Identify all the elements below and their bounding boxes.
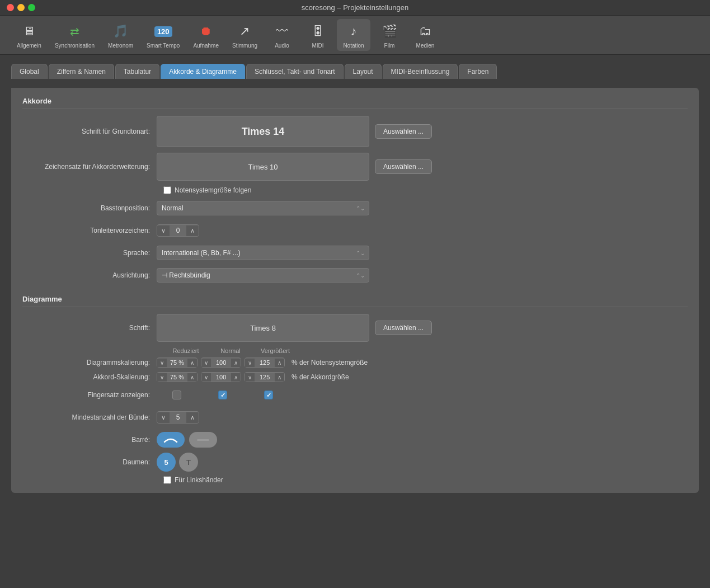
basstonposition-select-wrapper: Normal Unten Oben (157, 201, 369, 215)
diagramm-s2-increment[interactable]: ∧ (231, 359, 241, 367)
fingersatz-row: Fingersatz anzeigen: (22, 387, 688, 403)
akkord-s1-decrement[interactable]: ∨ (157, 373, 167, 382)
mindest-increment[interactable]: ∧ (186, 412, 199, 423)
notation-icon: ♪ (344, 21, 364, 41)
barre-arc-button[interactable] (157, 432, 185, 448)
diagramm-skalierung-row: Diagrammskalierung: ∨ 75 % ∧ ∨ 100 ∧ ∨ 1… (22, 357, 688, 368)
zeichensatz-auswählen-button[interactable]: Auswählen ... (375, 159, 432, 174)
toolbar-item-smart-tempo[interactable]: 120 Smart Tempo (141, 19, 185, 51)
diagramm-s2-value: 100 (211, 358, 231, 367)
notensystem-checkbox[interactable] (163, 186, 171, 194)
daumen-row: Daumen: 5 T (22, 453, 688, 472)
maximize-button[interactable] (28, 4, 35, 11)
tab-layout[interactable]: Layout (345, 64, 382, 79)
toolbar-item-allgemein[interactable]: 🖥 Allgemein (11, 19, 47, 51)
toolbar-label-aufnahme: Aufnahme (193, 43, 219, 49)
skalierung-suffix: % der Notensystemgröße (291, 359, 368, 366)
toolbar-item-aufnahme[interactable]: ⏺ Aufnahme (187, 19, 224, 51)
tabs-row: Global Ziffern & Namen Tabulatur Akkorde… (11, 64, 699, 79)
diagramm-s2-decrement[interactable]: ∨ (201, 359, 211, 367)
col-header-reduziert: Reduziert (163, 347, 208, 354)
akkord-s2-increment[interactable]: ∧ (231, 373, 241, 382)
toolbar-item-midi[interactable]: 🎛 MIDI (301, 19, 335, 51)
fingersatz-checkbox-1[interactable] (172, 391, 181, 399)
tab-global[interactable]: Global (11, 64, 48, 79)
midi-icon: 🎛 (308, 21, 328, 41)
diagramme-auswählen-button[interactable]: Auswählen ... (375, 321, 432, 335)
akkord-scale-stepper-2: ∨ 100 ∧ (201, 372, 241, 382)
audio-icon: 〰 (272, 21, 292, 41)
minimize-button[interactable] (17, 4, 25, 11)
tab-akkorde[interactable]: Akkorde & Diagramme (161, 64, 245, 79)
diagramm-s1-value: 75 % (167, 358, 187, 367)
toolbar-label-metronom: Metronom (108, 43, 133, 49)
toolbar-label-audio: Audio (275, 43, 289, 49)
diagramm-s1-decrement[interactable]: ∨ (157, 359, 167, 367)
barre-bar-button[interactable] (189, 432, 217, 448)
fuer-links-label: Für Linkshänder (175, 476, 223, 484)
ausrichtung-select[interactable]: ⊣ Rechtsbündig Linksbündig Zentriert (157, 268, 369, 283)
akkord-skalierung-label: Akkord-Skalierung: (22, 373, 157, 381)
toolbar-item-synchronisation[interactable]: ⇄ Synchronisation (49, 19, 100, 51)
akkord-s1-increment[interactable]: ∧ (187, 373, 197, 382)
diagramm-s3-value: 125 (255, 358, 275, 367)
tonleiter-decrement[interactable]: ∨ (157, 225, 170, 236)
toolbar-item-stimmung[interactable]: ↗ Stimmung (227, 19, 263, 51)
tonleiter-value: 0 (170, 225, 186, 236)
diagramm-scale-stepper-2: ∨ 100 ∧ (201, 357, 241, 368)
basstonposition-label: Basstonposition: (22, 204, 157, 212)
diagramm-scale-stepper-3: ∨ 125 ∧ (244, 357, 285, 368)
mindest-label: Mindestanzahl der Bünde: (22, 413, 157, 421)
diagramme-schrift-display: Times 8 (157, 314, 369, 342)
zeichensatz-label: Zeichensatz für Akkorderweiterung: (22, 163, 157, 171)
akkord-s3-decrement[interactable]: ∨ (245, 373, 255, 382)
fingersatz-label: Fingersatz anzeigen: (22, 391, 157, 399)
tab-schlüssel[interactable]: Schlüssel, Takt- und Tonart (246, 64, 344, 79)
tab-midi-bee[interactable]: MIDI-Beeinflussung (383, 64, 458, 79)
barre-row: Barré: (22, 431, 688, 448)
tonleiter-row: Tonleitervorzeichen: ∨ 0 ∧ (22, 222, 688, 239)
basstonposition-row: Basstonposition: Normal Unten Oben (22, 200, 688, 217)
diagramm-s3-decrement[interactable]: ∨ (245, 359, 255, 367)
fuer-links-checkbox[interactable] (163, 476, 171, 484)
tab-farben[interactable]: Farben (459, 64, 497, 79)
diagramm-s1-increment[interactable]: ∧ (187, 359, 197, 367)
daumen-5-button[interactable]: 5 (157, 453, 176, 472)
toolbar-item-notation[interactable]: ♪ Notation (337, 19, 370, 51)
toolbar-item-metronom[interactable]: 🎵 Metronom (102, 19, 139, 51)
fingersatz-checkbox-3[interactable] (264, 391, 273, 399)
akkord-scale-stepper-1: ∨ 75 % ∧ (157, 372, 198, 382)
akkord-s2-decrement[interactable]: ∨ (201, 373, 211, 382)
allgemein-icon: 🖥 (19, 21, 39, 41)
sprache-row: Sprache: International (B, Bb, F# ...) D… (22, 244, 688, 261)
sprache-select-wrapper: International (B, Bb, F# ...) Deutsch So… (157, 246, 369, 260)
akkord-s1-value: 75 % (167, 373, 187, 382)
tab-tabulatur[interactable]: Tabulatur (115, 64, 159, 79)
diagramme-section: Diagramme Schrift: Times 8 Auswählen ...… (22, 295, 688, 484)
schrift-grundtonart-auswählen-button[interactable]: Auswählen ... (375, 124, 432, 139)
col-header-normal: Normal (208, 347, 253, 354)
toolbar-label-midi: MIDI (312, 43, 323, 49)
tonleiter-increment[interactable]: ∧ (186, 225, 199, 236)
aufnahme-icon: ⏺ (196, 21, 216, 41)
sprache-select[interactable]: International (B, Bb, F# ...) Deutsch So… (157, 246, 369, 260)
fingersatz-checkbox-2[interactable] (218, 391, 227, 399)
scale-headers: Reduziert Normal Vergrößert (22, 347, 688, 354)
diagramm-s3-increment[interactable]: ∧ (275, 359, 284, 367)
mindest-decrement[interactable]: ∨ (157, 412, 170, 423)
tab-ziffern[interactable]: Ziffern & Namen (49, 64, 114, 79)
akkord-s3-increment[interactable]: ∧ (275, 373, 284, 382)
toolbar-label-stimmung: Stimmung (232, 43, 257, 49)
window-controls (7, 4, 35, 11)
daumen-t-button[interactable]: T (179, 453, 198, 472)
daumen-label: Daumen: (22, 458, 157, 466)
settings-panel: Akkorde Schrift für Grundtonart: Times 1… (11, 88, 699, 493)
toolbar-item-audio[interactable]: 〰 Audio (265, 19, 299, 51)
main-content: Global Ziffern & Namen Tabulatur Akkorde… (0, 55, 710, 588)
toolbar-item-film[interactable]: 🎬 Film (373, 19, 406, 51)
metronom-icon: 🎵 (111, 21, 131, 41)
smart-tempo-icon: 120 (153, 21, 173, 41)
close-button[interactable] (7, 4, 14, 11)
toolbar-item-medien[interactable]: 🗂 Medien (408, 19, 442, 51)
basstonposition-select[interactable]: Normal Unten Oben (157, 201, 369, 215)
